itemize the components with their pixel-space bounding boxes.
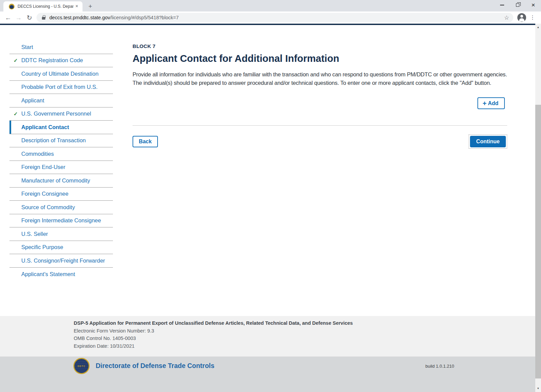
new-tab-button[interactable]: + (86, 3, 95, 10)
browser-window: DECCS Licensing - U.S. Departme × + × ← … (0, 0, 541, 392)
form-title: DSP-5 Application for Permanent Export o… (74, 320, 535, 326)
back-button[interactable]: Back (133, 136, 158, 147)
window-close-button[interactable]: × (525, 0, 541, 10)
sidebar-item-label: Foreign End-User (21, 164, 65, 170)
window-minimize-button[interactable] (494, 0, 510, 10)
sidebar-item[interactable]: ✓ Country of Ultimate Destination (9, 67, 113, 81)
omb-control: OMB Control No. 1405-0003 (74, 336, 535, 341)
forward-navigation-button[interactable]: → (14, 13, 23, 23)
sidebar-item-label: Specific Purpose (21, 244, 63, 250)
url-domain: deccs.test.pmddtc.state.gov (49, 15, 110, 20)
sidebar-item-label: Foreign Consignee (21, 191, 68, 197)
add-button[interactable]: +Add (477, 97, 505, 109)
scrollbar-down-arrow-icon[interactable]: ▼ (535, 386, 541, 391)
sidebar-item-label: U.S. Government Personnel (21, 111, 91, 117)
minimize-icon (500, 5, 504, 5)
block-label: BLOCK 7 (133, 43, 507, 49)
window-restore-button[interactable] (510, 0, 525, 10)
url-path: /licensing/#/dsp5/5418?block=7 (110, 15, 179, 20)
sidebar-item[interactable]: ✓ Specific Purpose (9, 241, 113, 254)
sidebar-item-label: Foreign Intermediate Consignee (21, 217, 101, 224)
window-controls: × (494, 0, 541, 11)
restore-icon (516, 3, 519, 7)
plus-icon: + (483, 100, 487, 107)
sidebar-item[interactable]: ✓ Foreign End-User (9, 161, 113, 174)
scrollbar-thumb[interactable] (535, 105, 541, 378)
sidebar-item-label: Applicant (21, 97, 44, 104)
sidebar-item[interactable]: ✓ U.S. Consignor/Freight Forwarder (9, 254, 113, 268)
browser-tab[interactable]: DECCS Licensing - U.S. Departme × (3, 1, 83, 11)
sidebar-item-label: Source of Commodity (21, 204, 75, 211)
sidebar-item[interactable]: ✓ Manufacturer of Commodity (9, 174, 113, 188)
sidebar-item-label: Applicant's Statement (21, 271, 75, 277)
page-scrollbar[interactable]: ▲ ▼ (535, 24, 541, 392)
sidebar-item[interactable]: ✓ Applicant (9, 94, 113, 107)
tab-close-icon[interactable]: × (74, 3, 80, 9)
sidebar-item[interactable]: ✓ DDTC Registration Code (9, 54, 113, 68)
sidebar-item-label: Commodities (21, 151, 54, 157)
expiration-date: Expiration Date: 10/31/2021 (74, 343, 535, 349)
back-navigation-button[interactable]: ← (3, 13, 13, 23)
browser-tab-bar: DECCS Licensing - U.S. Departme × + × (0, 0, 541, 11)
page-title: Applicant Contact for Additional Informa… (133, 53, 507, 64)
brand-footer: DDTC Directorate of Defense Trade Contro… (0, 357, 535, 392)
scrollbar-up-arrow-icon[interactable]: ▲ (535, 24, 541, 30)
browser-menu-icon[interactable]: ⋮ (528, 13, 537, 22)
sidebar-item[interactable]: ✓ U.S. Seller (9, 227, 113, 241)
sidebar-item-label: Country of Ultimate Destination (21, 71, 98, 77)
sidebar-item-label: Description of Transaction (21, 137, 86, 144)
url-text: deccs.test.pmddtc.state.gov/licensing/#/… (49, 15, 179, 20)
sidebar-item-label: Start (21, 44, 33, 50)
sidebar-item[interactable]: ✓ Description of Transaction (9, 134, 113, 148)
ddtc-favicon-icon (9, 4, 15, 9)
sidebar-item[interactable]: ✓ Probable Port of Exit from U.S. (9, 81, 113, 94)
window-close-icon: × (531, 2, 535, 8)
browser-toolbar: ← → ↻ deccs.test.pmddtc.state.gov/licens… (0, 11, 541, 24)
check-icon: ✓ (14, 111, 18, 117)
continue-button-focus-ring: Continue (469, 134, 507, 149)
form-actions: Back Continue (133, 136, 507, 150)
sidebar-item-label: U.S. Seller (21, 231, 48, 237)
sidebar-item-label: Manufacturer of Commodity (21, 177, 90, 184)
sidebar-item[interactable]: ✓ Start (9, 41, 113, 54)
add-button-label: Add (488, 100, 498, 106)
sidebar-item[interactable]: ✓ Commodities (9, 147, 113, 161)
page-description: Provide all information for individuals … (133, 70, 507, 87)
build-version: build 1.0.1.210 (425, 364, 454, 369)
refresh-button[interactable]: ↻ (25, 13, 34, 23)
section-divider (133, 125, 507, 126)
main-content: BLOCK 7 Applicant Contact for Additional… (133, 25, 507, 150)
form-version: Electronic Form Version Number: 9.3 (74, 328, 535, 334)
sidebar-item[interactable]: ✓ Applicant's Statement (9, 268, 113, 281)
add-row: +Add (133, 97, 507, 109)
bookmark-star-icon[interactable]: ☆ (504, 14, 509, 21)
form-info-footer: DSP-5 Application for Permanent Export o… (0, 316, 535, 357)
sidebar-item[interactable]: ✓ Foreign Consignee (9, 188, 113, 201)
continue-button[interactable]: Continue (470, 136, 506, 147)
sidebar-nav: ✓ Start ✓ DDTC Registration Code ✓ Count… (9, 41, 113, 281)
sidebar-item[interactable]: ✓ U.S. Government Personnel (9, 107, 113, 121)
seal-text: DDTC (77, 365, 86, 367)
check-icon: ✓ (14, 57, 18, 64)
sidebar-item-label: DDTC Registration Code (21, 57, 83, 64)
sidebar-item-label: U.S. Consignor/Freight Forwarder (21, 258, 105, 264)
profile-avatar[interactable] (517, 13, 526, 22)
ddtc-seal-icon: DDTC (73, 358, 90, 374)
sidebar-item-label: Applicant Contact (21, 124, 69, 130)
address-bar[interactable]: deccs.test.pmddtc.state.gov/licensing/#/… (37, 13, 513, 22)
sidebar-item-label: Probable Port of Exit from U.S. (21, 84, 98, 90)
secure-lock-icon (42, 17, 45, 20)
org-name: Directorate of Defense Trade Controls (96, 362, 214, 370)
tab-title: DECCS Licensing - U.S. Departme (18, 4, 73, 9)
sidebar-item[interactable]: ✓ Applicant Contact (9, 121, 113, 134)
sidebar-item[interactable]: ✓ Source of Commodity (9, 201, 113, 214)
sidebar-item[interactable]: ✓ Foreign Intermediate Consignee (9, 214, 113, 228)
